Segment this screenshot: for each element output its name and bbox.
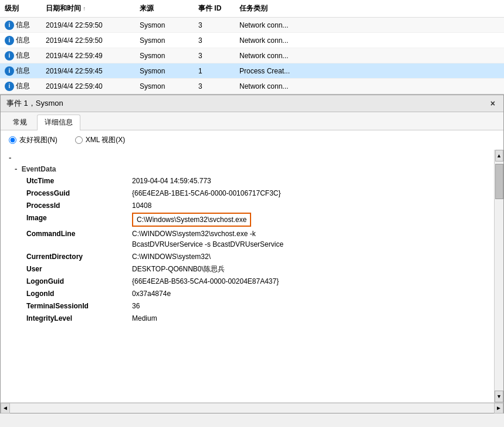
source-cell: Sysmon: [135, 81, 194, 92]
section-collapse-icon[interactable]: -: [15, 164, 17, 173]
field-row-utctime: UtcTime 2019-04-04 14:59:45.773: [26, 176, 492, 186]
source-cell: Sysmon: [135, 35, 194, 46]
field-key-processid: ProcessId: [26, 200, 132, 211]
task-cell: Network conn...: [235, 81, 352, 92]
tabs-bar: 常规 详细信息: [1, 112, 503, 130]
field-key-user: User: [26, 264, 132, 274]
datetime-cell: 2019/4/4 22:59:40: [41, 81, 135, 92]
field-key-terminalsessionid: TerminalSessionId: [26, 301, 132, 311]
field-val-commandline: C:\WINDOWS\system32\svchost.exe -kBcastD…: [132, 228, 283, 250]
field-row-image: Image C:\Windows\System32\svchost.exe: [26, 213, 492, 227]
table-row[interactable]: i 信息 2019/4/4 22:59:50 Sysmon 3 Network …: [0, 33, 504, 48]
table-row[interactable]: i 信息 2019/4/4 22:59:45 Sysmon 1 Process …: [0, 63, 504, 79]
close-button[interactable]: ×: [488, 99, 498, 108]
view-mode-radio-group: 友好视图(N) XML 视图(X): [1, 130, 503, 150]
table-row[interactable]: i 信息 2019/4/4 22:59:50 Sysmon 3 Network …: [0, 18, 504, 33]
field-val-processguid: {66E4E2AB-1BE1-5CA6-0000-00106717CF3C}: [132, 188, 281, 199]
section-name: EventData: [22, 165, 56, 173]
field-row-currentdirectory: CurrentDirectory C:\WINDOWS\system32\: [26, 251, 492, 262]
field-val-processid: 10408: [132, 200, 151, 211]
header-eventid[interactable]: 事件 ID: [194, 2, 235, 15]
field-row-commandline: CommandLine C:\WINDOWS\system32\svchost.…: [26, 228, 492, 250]
datetime-cell: 2019/4/4 22:59:50: [41, 35, 135, 46]
sort-arrow-icon: ↑: [83, 5, 86, 12]
eventid-cell: 1: [194, 66, 235, 76]
field-key-integritylevel: IntegrityLevel: [26, 313, 132, 324]
header-datetime: 日期和时间 ↑: [41, 2, 135, 15]
scroll-up-button[interactable]: ▲: [495, 150, 503, 162]
level-cell: i 信息: [0, 34, 41, 46]
event-data-section: - EventData UtcTime 2019-04-04 14:59:45.…: [15, 164, 492, 324]
field-row-terminalsessionid: TerminalSessionId 36: [26, 301, 492, 311]
level-cell: i 信息: [0, 49, 41, 62]
scroll-right-button[interactable]: ►: [494, 403, 503, 413]
header-level[interactable]: 级别: [0, 2, 41, 15]
friendly-view-input[interactable]: [9, 136, 16, 144]
table-row[interactable]: i 信息 2019/4/4 22:59:40 Sysmon 3 Network …: [0, 79, 504, 94]
source-cell: Sysmon: [135, 20, 194, 31]
vertical-scrollbar[interactable]: ▲ ▼: [494, 150, 503, 402]
level-cell: i 信息: [0, 65, 41, 77]
eventid-cell: 3: [194, 35, 235, 46]
eventid-cell: 3: [194, 81, 235, 92]
event-content: - - EventData UtcTime 2019-04-04 14:59:4…: [1, 150, 503, 402]
detail-titlebar: 事件 1，Sysmon ×: [1, 95, 503, 112]
level-cell: i 信息: [0, 19, 41, 31]
field-val-integritylevel: Medium: [132, 313, 157, 324]
field-row-integritylevel: IntegrityLevel Medium: [26, 313, 492, 324]
level-cell: i 信息: [0, 80, 41, 92]
source-cell: Sysmon: [135, 66, 194, 76]
horizontal-scrollbar[interactable]: ◄ ►: [1, 402, 503, 413]
field-key-utctime: UtcTime: [26, 176, 132, 186]
friendly-view-radio[interactable]: 友好视图(N): [9, 135, 57, 145]
table-header-row: 级别 日期和时间 ↑ 来源 事件 ID 任务类别: [0, 0, 504, 18]
info-icon: i: [5, 82, 14, 91]
field-val-utctime: 2019-04-04 14:59:45.773: [132, 176, 211, 186]
field-val-image: C:\Windows\System32\svchost.exe: [132, 213, 251, 227]
task-cell: Network conn...: [235, 51, 352, 61]
field-key-logonid: LogonId: [26, 288, 132, 299]
field-key-image: Image: [26, 213, 132, 227]
task-cell: Process Creat...: [235, 66, 352, 76]
scroll-left-button[interactable]: ◄: [1, 403, 10, 413]
info-icon: i: [5, 21, 14, 30]
datetime-cell: 2019/4/4 22:59:50: [41, 20, 135, 31]
eventid-cell: 3: [194, 51, 235, 61]
header-source[interactable]: 来源: [135, 2, 194, 15]
table-row[interactable]: i 信息 2019/4/4 22:59:49 Sysmon 3 Network …: [0, 48, 504, 63]
task-cell: Network conn...: [235, 20, 352, 31]
xml-view-radio[interactable]: XML 视图(X): [75, 135, 126, 145]
eventid-cell: 3: [194, 20, 235, 31]
tab-details[interactable]: 详细信息: [37, 115, 80, 130]
source-cell: Sysmon: [135, 51, 194, 61]
info-icon: i: [5, 36, 14, 45]
scroll-down-button[interactable]: ▼: [495, 391, 503, 402]
event-detail-panel: 事件 1，Sysmon × 常规 详细信息 友好视图(N) XML 视图(X) …: [0, 95, 504, 413]
scroll-thumb[interactable]: [495, 164, 503, 199]
header-task[interactable]: 任务类别: [235, 2, 352, 15]
datetime-cell: 2019/4/4 22:59:45: [41, 66, 135, 76]
info-icon: i: [5, 66, 14, 76]
field-val-logonguid: {66E4E2AB-B563-5CA4-0000-00204E87A437}: [132, 276, 279, 287]
info-icon: i: [5, 51, 14, 60]
field-row-processid: ProcessId 10408: [26, 200, 492, 211]
field-key-processguid: ProcessGuid: [26, 188, 132, 199]
field-row-logonguid: LogonGuid {66E4E2AB-B563-5CA4-0000-00204…: [26, 276, 492, 287]
tab-general[interactable]: 常规: [5, 115, 35, 130]
field-row-logonid: LogonId 0x37a4874e: [26, 288, 492, 299]
field-val-terminalsessionid: 36: [132, 301, 140, 311]
scroll-track[interactable]: [10, 403, 494, 413]
section-header: - EventData: [15, 164, 492, 173]
collapse-parent: -: [9, 153, 492, 162]
field-key-commandline: CommandLine: [26, 228, 132, 250]
field-val-logonid: 0x37a4874e: [132, 288, 171, 299]
detail-title: 事件 1，Sysmon: [6, 98, 63, 109]
datetime-cell: 2019/4/4 22:59:49: [41, 51, 135, 61]
task-cell: Network conn...: [235, 35, 352, 46]
xml-view-input[interactable]: [75, 136, 83, 144]
field-row-user: User DESKTOP-QO6NNB0\陈思兵: [26, 264, 492, 274]
field-key-logonguid: LogonGuid: [26, 276, 132, 287]
field-val-currentdirectory: C:\WINDOWS\system32\: [132, 251, 211, 262]
event-log-table: 级别 日期和时间 ↑ 来源 事件 ID 任务类别 i 信息 2019/4/4 2…: [0, 0, 504, 95]
collapse-icon[interactable]: -: [9, 153, 11, 162]
